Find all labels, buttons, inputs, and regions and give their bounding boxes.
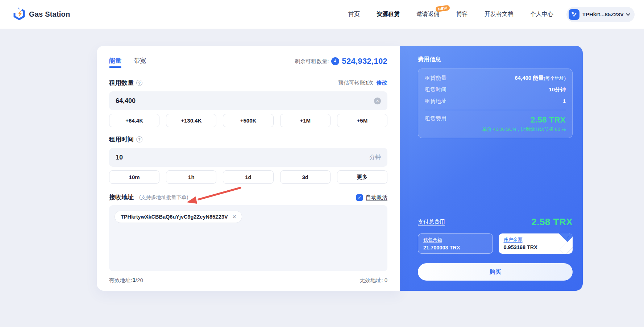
help-icon[interactable]: ?	[136, 136, 142, 142]
amount-section-label: 租用数量 ?	[109, 79, 142, 87]
total-payment-label[interactable]: 支付总费用	[418, 219, 445, 225]
duration-preset-button[interactable]: 更多	[337, 170, 387, 184]
help-icon[interactable]: ?	[136, 80, 142, 86]
remove-address-icon[interactable]: ✕	[232, 214, 237, 219]
divider	[425, 110, 566, 110]
tron-icon	[569, 9, 579, 20]
brand[interactable]: Gas Station	[13, 8, 70, 21]
auto-activate-toggle[interactable]: ✓ 自动激活	[356, 194, 387, 201]
tab-bandwidth[interactable]: 带宽	[134, 57, 146, 68]
amount-preset-button[interactable]: +64.4K	[109, 114, 159, 127]
brand-name: Gas Station	[29, 10, 70, 18]
fee-summary-box: 租赁能量 64,400 能量(每个地址) 租赁时间 10分钟 租赁地址 1 租赁…	[418, 69, 573, 138]
auto-activate-label: 自动激活	[366, 194, 387, 201]
fee-row-duration: 租赁时间 10分钟	[425, 86, 566, 93]
account-balance-value: 0.953168 TRX	[504, 244, 568, 250]
transfer-estimate: 预估可转账1次	[338, 79, 374, 86]
amount-preset-button[interactable]: +130.4K	[166, 114, 216, 127]
duration-preset-button[interactable]: 1d	[223, 170, 273, 184]
nav-item-resource-rental[interactable]: 资源租赁	[377, 11, 400, 18]
wallet-address: TPHkrt...85Z23V	[582, 11, 624, 17]
duration-presets: 10m 1h 1d 3d 更多	[109, 170, 387, 184]
navbar: Gas Station 首页 资源租赁 邀请返佣 NEW 博客 开发者文档 个人…	[0, 0, 644, 29]
invalid-address-count: 无效地址: 0	[360, 277, 387, 284]
fee-row-addresses: 租赁地址 1	[425, 98, 566, 105]
fee-panel-title: 费用信息	[418, 56, 573, 63]
wallet-button[interactable]: TPHkrt...85Z23V	[566, 7, 635, 22]
amount-preset-button[interactable]: +500K	[223, 114, 273, 127]
amount-preset-button[interactable]: +5M	[337, 114, 387, 127]
new-badge: NEW	[435, 5, 450, 12]
duration-preset-button[interactable]: 3d	[280, 170, 331, 184]
wallet-balance-card[interactable]: 钱包余额 21.700003 TRX	[418, 233, 493, 254]
amount-preset-button[interactable]: +1M	[280, 114, 331, 127]
address-section-label: 接收地址 (支持多地址批量下单)	[109, 193, 188, 202]
order-card: 能量 带宽 剩余可租数量: 524,932,102 租用数量 ? 预估可转账1次…	[97, 46, 400, 291]
total-payment-value: 2.58 TRX	[531, 216, 573, 228]
available-value: 524,932,102	[342, 57, 387, 66]
amount-input[interactable]: 64,400 ✕	[109, 91, 387, 110]
address-hint: (支持多地址批量下单)	[139, 194, 188, 201]
account-balance-label: 账户余额	[504, 236, 568, 243]
duration-section-label: 租用时间 ?	[109, 135, 142, 144]
wallet-balance-label: 钱包余额	[423, 237, 487, 243]
amount-value: 64,400	[116, 97, 136, 105]
checkbox-checked-icon[interactable]: ✓	[356, 194, 363, 201]
available-label: 剩余可租数量:	[295, 58, 329, 65]
duration-value: 10	[116, 154, 123, 161]
address-textarea[interactable]: TPHkrtywXkCBBaQ6uYjvC9g2ZeyN85Z23V ✕	[109, 205, 387, 271]
nav-item-referral[interactable]: 邀请返佣 NEW	[416, 11, 440, 18]
chevron-down-icon	[626, 12, 630, 16]
fee-panel: 费用信息 租赁能量 64,400 能量(每个地址) 租赁时间 10分钟 租赁地址…	[400, 46, 583, 291]
fee-row-energy: 租赁能量 64,400 能量(每个地址)	[425, 75, 566, 82]
nav-menu: 首页 资源租赁 邀请返佣 NEW 博客 开发者文档 个人中心	[348, 11, 553, 18]
total-payment-row: 支付总费用 2.58 TRX	[418, 216, 573, 228]
account-balance-card[interactable]: ✓ 账户余额 0.953168 TRX	[499, 233, 573, 254]
duration-unit: 分钟	[369, 154, 381, 161]
address-tag-text: TPHkrtywXkCBBaQ6uYjvC9g2ZeyN85Z23V	[121, 214, 228, 220]
buy-button[interactable]: 购买	[418, 263, 573, 281]
nav-item-home[interactable]: 首页	[348, 11, 360, 18]
amount-presets: +64.4K +130.4K +500K +1M +5M	[109, 114, 387, 127]
duration-preset-button[interactable]: 1h	[166, 170, 216, 184]
selected-check-icon: ✓	[566, 235, 570, 240]
unit-price-note: 单价 40.06 SUN，比燃烧TRX节省 60 %	[482, 126, 566, 133]
tab-energy[interactable]: 能量	[109, 57, 121, 68]
fee-row-cost: 租赁费用 2.58 TRX 单价 40.06 SUN，比燃烧TRX节省 60 %	[425, 115, 566, 133]
available-amount: 剩余可租数量: 524,932,102	[295, 57, 387, 66]
nav-item-developer-docs[interactable]: 开发者文档	[485, 11, 514, 18]
nav-item-blog[interactable]: 博客	[456, 11, 468, 18]
rental-widget: 能量 带宽 剩余可租数量: 524,932,102 租用数量 ? 预估可转账1次…	[97, 46, 583, 291]
modify-link[interactable]: 修改	[377, 79, 387, 86]
rental-cost-value: 2.58 TRX	[482, 115, 566, 125]
wallet-balance-value: 21.700003 TRX	[423, 245, 487, 251]
duration-preset-button[interactable]: 10m	[109, 170, 159, 184]
clear-amount-icon[interactable]: ✕	[374, 98, 381, 104]
address-tag: TPHkrtywXkCBBaQ6uYjvC9g2ZeyN85Z23V ✕	[115, 211, 242, 223]
gas-station-logo-icon	[13, 8, 25, 21]
resource-tabs: 能量 带宽	[109, 57, 146, 68]
duration-input[interactable]: 10 分钟	[109, 148, 387, 167]
valid-address-count: 有效地址:1/20	[109, 277, 143, 284]
nav-item-profile[interactable]: 个人中心	[530, 11, 553, 18]
lightning-icon	[331, 57, 339, 65]
